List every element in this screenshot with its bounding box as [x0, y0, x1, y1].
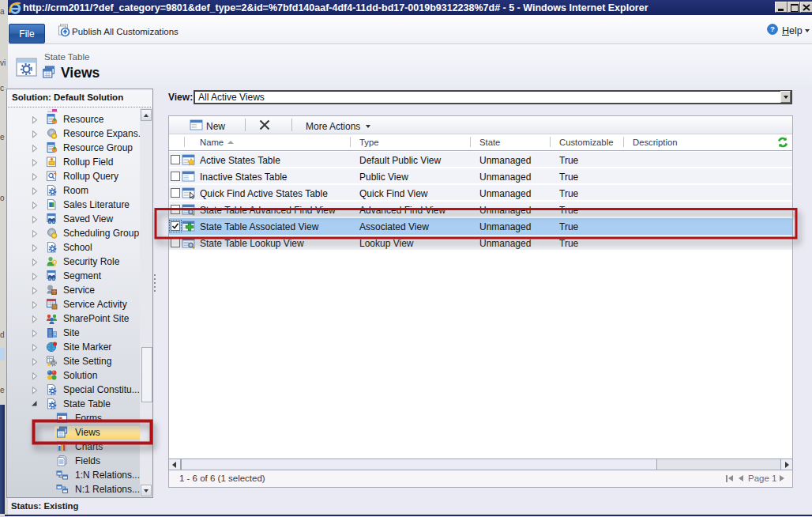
svg-text:?: ? [770, 25, 775, 33]
